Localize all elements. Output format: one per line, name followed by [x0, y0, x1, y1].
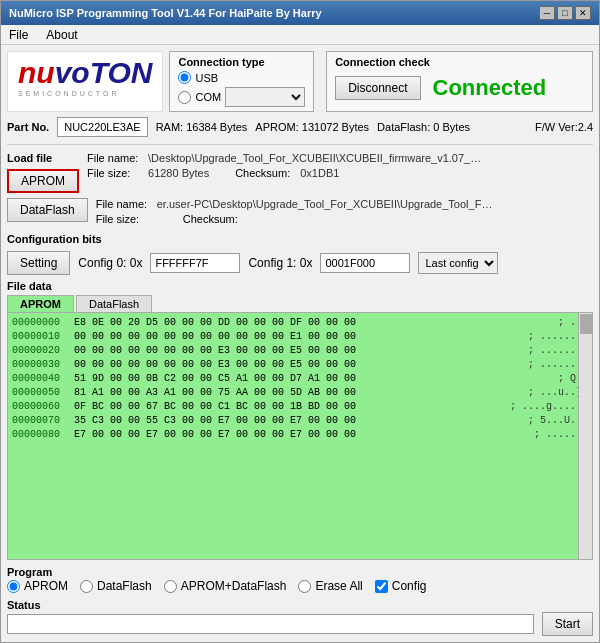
config0-label: Config 0: 0x [78, 256, 142, 270]
main-content: nuvoTON SEMICONDUCTOR Connection type US… [1, 45, 599, 642]
config-bits-label: Configuration bits [7, 233, 593, 245]
df-filesize-label: File size: [96, 213, 151, 225]
program-config-label: Config [392, 579, 427, 593]
config1-input[interactable] [320, 253, 410, 273]
aprom-filesize-label: File size: [87, 167, 142, 179]
logo-area: nuvoTON SEMICONDUCTOR [7, 51, 163, 112]
status-row: Start [7, 612, 593, 636]
load-file-label: Load file [7, 152, 79, 164]
usb-radio[interactable] [178, 71, 191, 84]
fw-ver: F/W Ver:2.4 [535, 121, 593, 133]
connection-type-box: Connection type USB COM [169, 51, 314, 112]
hex-row-0: 00000000 E8 0E 00 20 D5 00 00 00 DD 00 0… [12, 316, 588, 330]
usb-option: USB [178, 71, 305, 84]
scrollbar[interactable] [578, 313, 592, 559]
aprom-filesize-value: 61280 Bytes [148, 167, 209, 179]
scrollbar-thumb [580, 314, 592, 334]
program-dataflash-label: DataFlash [97, 579, 152, 593]
part-no-value: NUC220LE3AE [57, 117, 147, 137]
program-erase-option[interactable]: Erase All [298, 579, 362, 593]
title-bar: NuMicro ISP Programming Tool V1.44 For H… [1, 1, 599, 25]
status-label: Status [7, 599, 41, 611]
logo-text: nuvoTON [18, 58, 152, 88]
connection-type-options: USB COM [178, 71, 305, 107]
hex-row-2: 00000020 00 00 00 00 00 00 00 00 E3 00 0… [12, 344, 588, 358]
dataflash-info: DataFlash: 0 Bytes [377, 121, 470, 133]
usb-label: USB [195, 72, 218, 84]
program-config-checkbox[interactable] [375, 580, 388, 593]
program-aprom-radio[interactable] [7, 580, 20, 593]
df-filesize-row: File size: Checksum: [96, 213, 593, 225]
file-data-section: File data APROM DataFlash 00000000 E8 0E… [7, 280, 593, 560]
hex-row-8: 00000080 E7 00 00 00 E7 00 00 00 E7 00 0… [12, 428, 588, 442]
program-options-row: APROM DataFlash APROM+DataFlash Erase Al… [7, 579, 593, 593]
last-config-select[interactable]: Last config Custom [418, 252, 498, 274]
tabs-row: APROM DataFlash [7, 295, 593, 313]
df-filename-row: File name: er.user-PC\Desktop\Upgrade_To… [96, 198, 593, 210]
program-both-radio[interactable] [164, 580, 177, 593]
aprom-filesize-row: File size: 61280 Bytes Checksum: 0x1DB1 [87, 167, 593, 179]
config0-input[interactable] [150, 253, 240, 273]
hex-row-7: 00000070 35 C3 00 00 55 C3 00 00 E7 00 0… [12, 414, 588, 428]
program-label: Program [7, 566, 52, 578]
df-filename-label: File name: [96, 198, 151, 210]
ram-info: RAM: 16384 Bytes [156, 121, 248, 133]
main-window: NuMicro ISP Programming Tool V1.44 For H… [0, 0, 600, 643]
hex-row-5: 00000050 81 A1 00 00 A3 A1 00 00 75 AA 0… [12, 386, 588, 400]
program-dataflash-option[interactable]: DataFlash [80, 579, 152, 593]
menu-bar: File About [1, 25, 599, 45]
connection-check-label: Connection check [335, 56, 584, 68]
window-title: NuMicro ISP Programming Tool V1.44 For H… [9, 7, 322, 19]
config-bits-row: Setting Config 0: 0x Config 1: 0x Last c… [7, 251, 593, 275]
hex-row-1: 00000010 00 00 00 00 00 00 00 00 00 00 0… [12, 330, 588, 344]
disconnect-button[interactable]: Disconnect [335, 76, 420, 100]
tab-aprom[interactable]: APROM [7, 295, 74, 312]
program-config-option[interactable]: Config [375, 579, 427, 593]
aprom-filename-value: \Desktop\Upgrade_Tool_For_XCUBEII\XCUBEI… [148, 152, 488, 164]
com-option: COM [178, 87, 305, 107]
load-file-row: Load file APROM File name: \Desktop\Upgr… [7, 152, 593, 193]
program-both-option[interactable]: APROM+DataFlash [164, 579, 287, 593]
hex-row-4: 00000040 51 9D 00 00 0B C2 00 00 C5 A1 0… [12, 372, 588, 386]
config1-label: Config 1: 0x [248, 256, 312, 270]
file-data-label: File data [7, 280, 593, 292]
program-both-label: APROM+DataFlash [181, 579, 287, 593]
program-dataflash-radio[interactable] [80, 580, 93, 593]
df-filename-value: er.user-PC\Desktop\Upgrade_Tool_For_XCUB… [157, 198, 497, 210]
aprom-filename-label: File name: [87, 152, 142, 164]
maximize-button[interactable]: □ [557, 6, 573, 20]
divider-1 [7, 144, 593, 145]
status-section: Status Start [7, 598, 593, 636]
tab-dataflash[interactable]: DataFlash [76, 295, 152, 312]
menu-file[interactable]: File [5, 28, 32, 42]
connection-type-label: Connection type [178, 56, 305, 68]
part-no-row: Part No. NUC220LE3AE RAM: 16384 Bytes AP… [7, 117, 593, 137]
aprom-filename-row: File name: \Desktop\Upgrade_Tool_For_XCU… [87, 152, 593, 164]
program-section: Program APROM DataFlash APROM+DataFlash … [7, 565, 593, 593]
dataflash-load-button[interactable]: DataFlash [7, 198, 88, 222]
title-bar-controls: ─ □ ✕ [539, 6, 591, 20]
program-aprom-label: APROM [24, 579, 68, 593]
connection-check-box: Connection check Disconnect Connected [326, 51, 593, 112]
program-erase-radio[interactable] [298, 580, 311, 593]
part-no-label: Part No. [7, 121, 49, 133]
menu-about[interactable]: About [42, 28, 81, 42]
aprom-load-button[interactable]: APROM [7, 169, 79, 193]
aprom-size-info: APROM: 131072 Bytes [255, 121, 369, 133]
logo-tagline: SEMICONDUCTOR [18, 90, 152, 97]
setting-button[interactable]: Setting [7, 251, 70, 275]
hex-row-3: 00000030 00 00 00 00 00 00 00 00 E3 00 0… [12, 358, 588, 372]
hex-display: 00000000 E8 0E 00 20 D5 00 00 00 DD 00 0… [7, 313, 593, 560]
config-bits-section: Configuration bits Setting Config 0: 0x … [7, 233, 593, 275]
com-select[interactable] [225, 87, 305, 107]
com-label: COM [195, 91, 221, 103]
close-button[interactable]: ✕ [575, 6, 591, 20]
df-checksum-label: Checksum: [183, 213, 238, 225]
program-aprom-option[interactable]: APROM [7, 579, 68, 593]
aprom-file-info: File name: \Desktop\Upgrade_Tool_For_XCU… [87, 152, 593, 182]
minimize-button[interactable]: ─ [539, 6, 555, 20]
com-radio[interactable] [178, 91, 191, 104]
aprom-checksum-label: Checksum: [235, 167, 290, 179]
hex-row-6: 00000060 0F BC 00 00 67 BC 00 00 C1 BC 0… [12, 400, 588, 414]
start-button[interactable]: Start [542, 612, 593, 636]
